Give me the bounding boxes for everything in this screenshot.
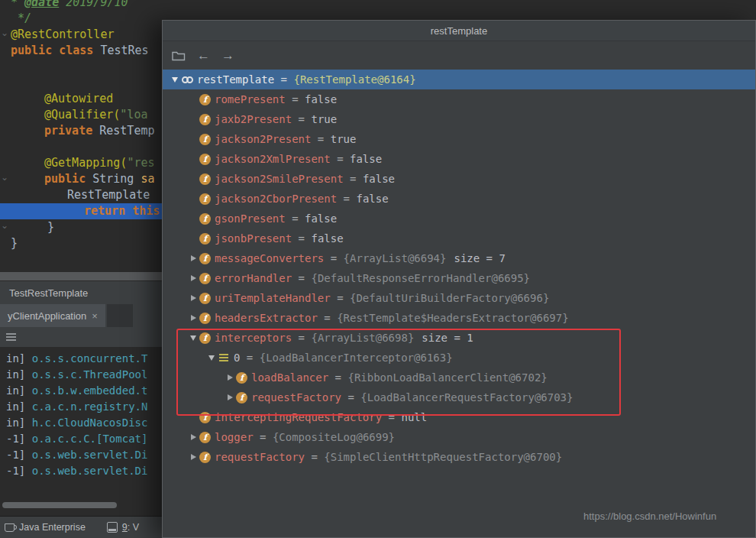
- log-logger-name: o.s.web.servlet.Di: [32, 465, 148, 477]
- variable-row-restTemplate[interactable]: restTemplate = {RestTemplate@6164}: [163, 70, 755, 89]
- equals-sign: =: [324, 252, 343, 264]
- variable-value: false: [356, 193, 388, 205]
- variable-value: false: [305, 212, 337, 225]
- variable-name: gsonPresent: [215, 212, 286, 225]
- variable-row-jsonbPresent[interactable]: fjsonbPresent = false: [163, 228, 755, 248]
- variable-value: {LoadBalancerRequestFactory@6703}: [360, 391, 573, 404]
- variable-row-interceptingRequestFactory[interactable]: finterceptingRequestFactory = null: [163, 407, 755, 427]
- variable-name: requestFactory: [251, 391, 341, 404]
- code-token: @RestController: [11, 28, 114, 41]
- debugger-inspect-popup: restTemplate ← → restTemplate = {RestTem…: [162, 20, 756, 538]
- collection-size: size = 1: [422, 332, 473, 344]
- watermark-url: https://blog.csdn.net/Howinfun: [583, 510, 716, 522]
- log-thread-fragment: in]: [6, 368, 32, 381]
- log-thread-fragment: in]: [6, 400, 32, 413]
- variable-row-loadBalancer[interactable]: floadBalancer = {RibbonLoadBalancerClien…: [163, 368, 755, 387]
- console-lines: in] o.s.s.concurrent.Tin] o.s.s.c.Thread…: [0, 347, 162, 479]
- variable-row-headersExtractor[interactable]: fheadersExtractor = {RestTemplate$Header…: [163, 308, 755, 328]
- variable-row-jackson2XmlPresent[interactable]: fjackson2XmlPresent = false: [163, 149, 755, 169]
- variable-name: interceptingRequestFactory: [215, 411, 382, 423]
- fold-chevron-icon[interactable]: ⌄: [1, 221, 8, 230]
- expander-collapsed-icon[interactable]: [187, 308, 199, 328]
- tab-client-application[interactable]: yClientApplication ×: [0, 304, 105, 327]
- code-token: *: [11, 0, 24, 9]
- soft-wrap-icon[interactable]: [6, 333, 16, 341]
- console-scrollbar[interactable]: [0, 501, 162, 509]
- tab-gap: [107, 304, 133, 327]
- editor-scrollbar[interactable]: [0, 272, 162, 280]
- log-thread-fragment: in]: [6, 384, 32, 397]
- variable-row-jackson2Present[interactable]: fjackson2Present = true: [163, 129, 755, 149]
- expander-expanded-icon[interactable]: [187, 328, 199, 348]
- log-logger-name: h.c.CloudNacosDisc: [32, 416, 148, 429]
- code-line: @RestController: [0, 27, 162, 43]
- equals-sign: =: [254, 431, 273, 443]
- forward-arrow-button[interactable]: →: [221, 49, 234, 62]
- variable-row-errorHandler[interactable]: ferrorHandler = {DefaultResponseErrorHan…: [163, 268, 755, 288]
- expander-expanded-icon[interactable]: [169, 70, 181, 89]
- code-token: RestTemplate: [67, 188, 150, 202]
- expander-collapsed-icon[interactable]: [187, 248, 199, 268]
- code-editor[interactable]: * @date 2019/9/10 */@RestControllerpubli…: [0, 0, 162, 272]
- log-thread-fragment: in]: [6, 352, 32, 365]
- console-line: in] o.s.s.c.ThreadPool: [6, 367, 162, 383]
- expander-expanded-icon[interactable]: [205, 348, 218, 368]
- code-token: sa: [141, 172, 154, 186]
- field-icon: f: [199, 173, 211, 185]
- close-icon[interactable]: ×: [92, 310, 98, 322]
- field-icon: f: [199, 193, 211, 205]
- code-token: @date: [24, 0, 59, 9]
- back-arrow-button[interactable]: ←: [197, 49, 210, 62]
- variable-value: {CompositeLog@6699}: [273, 431, 395, 443]
- status-java-enterprise-button[interactable]: Java Enterprise: [19, 522, 86, 533]
- variable-row-jaxb2Present[interactable]: fjaxb2Present = true: [163, 109, 755, 129]
- variable-row-interceptors[interactable]: finterceptors = {ArrayList@6698}size = 1: [163, 328, 755, 348]
- variable-row-jackson2SmilePresent[interactable]: fjackson2SmilePresent = false: [163, 169, 755, 189]
- expander-spacer: [187, 149, 199, 169]
- field-icon: f: [199, 94, 211, 105]
- code-token: TestRes: [100, 44, 148, 57]
- console-line: -1] o.s.web.servlet.Di: [6, 463, 162, 479]
- expander-collapsed-icon[interactable]: [224, 387, 236, 407]
- expander-spacer: [187, 189, 199, 209]
- variable-row-messageConverters[interactable]: fmessageConverters = {ArrayList@6694}siz…: [163, 248, 755, 268]
- open-in-editor-icon[interactable]: [172, 50, 186, 61]
- code-token: private: [44, 124, 99, 138]
- code-token: public: [44, 172, 92, 186]
- expander-collapsed-icon[interactable]: [187, 268, 199, 288]
- scrollbar-thumb[interactable]: [2, 502, 117, 508]
- log-thread-fragment: -1]: [6, 465, 32, 477]
- code-token: @Qualifier(: [44, 108, 120, 122]
- expander-collapsed-icon[interactable]: [224, 368, 236, 387]
- variable-row-uriTemplateHandler[interactable]: furiTemplateHandler = {DefaultUriBuilder…: [163, 288, 755, 308]
- console-line: in] o.s.b.w.embedded.t: [6, 383, 162, 399]
- variable-row-romePresent[interactable]: fromePresent = false: [163, 89, 755, 109]
- tool-window-mnemonic: 9: [122, 522, 128, 533]
- variable-row-jackson2CborPresent[interactable]: fjackson2CborPresent = false: [163, 189, 755, 209]
- expander-collapsed-icon[interactable]: [187, 288, 199, 308]
- variable-row-requestFactory[interactable]: frequestFactory = {LoadBalancerRequestFa…: [163, 387, 755, 407]
- expander-collapsed-icon[interactable]: [187, 427, 199, 447]
- log-thread-fragment: -1]: [6, 449, 32, 461]
- code-line: * @date 2019/9/10: [0, 0, 162, 11]
- fold-chevron-icon[interactable]: ⌄: [1, 28, 8, 37]
- fold-chevron-icon[interactable]: ⌄: [1, 173, 8, 182]
- variable-row-gsonPresent[interactable]: fgsonPresent = false: [163, 209, 755, 228]
- variable-name: jackson2XmlPresent: [215, 153, 331, 165]
- popup-title-bar[interactable]: restTemplate: [163, 21, 755, 41]
- variable-row-0[interactable]: 0 = {LoadBalancerInterceptor@6163}: [163, 348, 755, 368]
- status-tool-window-button[interactable]: 9: V: [122, 522, 139, 533]
- field-icon: f: [236, 372, 247, 384]
- variable-row-logger[interactable]: flogger = {CompositeLog@6699}: [163, 427, 755, 447]
- variable-row-requestFactory[interactable]: frequestFactory = {SimpleClientHttpReque…: [163, 447, 755, 467]
- log-logger-name: o.s.web.servlet.Di: [32, 449, 148, 461]
- field-icon: f: [199, 293, 211, 304]
- console-output[interactable]: in] o.s.s.concurrent.Tin] o.s.s.c.Thread…: [0, 347, 162, 500]
- tool-window-icon: [107, 522, 118, 533]
- expander-collapsed-icon[interactable]: [187, 447, 199, 467]
- equals-sign: =: [292, 113, 311, 125]
- equals-sign: =: [341, 391, 360, 404]
- expander-spacer: [187, 209, 199, 228]
- equals-sign: =: [305, 451, 324, 463]
- code-token: "loa: [120, 108, 147, 122]
